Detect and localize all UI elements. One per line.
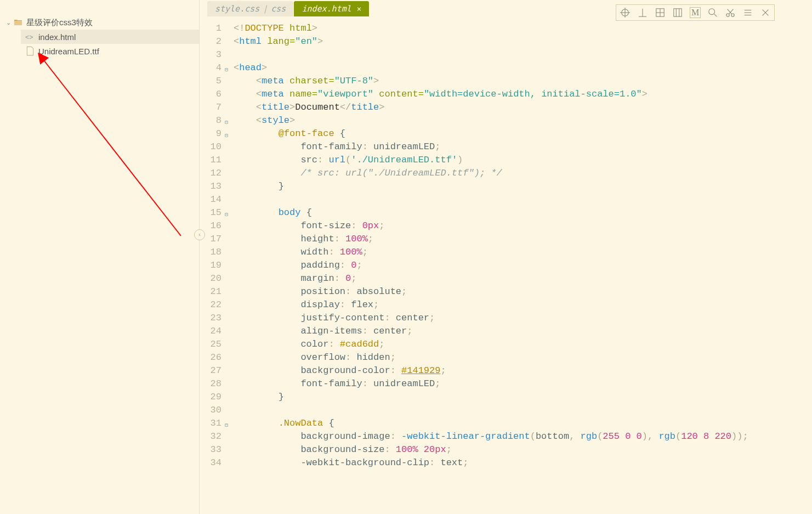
- code-line[interactable]: <meta name="viewport" content="width=dev…: [234, 88, 812, 101]
- fold-icon[interactable]: ⊟: [225, 419, 228, 432]
- annotation-arrow: [22, 49, 186, 241]
- menu-icon[interactable]: [742, 7, 753, 18]
- code-line[interactable]: <head>: [234, 61, 812, 75]
- svg-line-1: [44, 60, 181, 236]
- file-row[interactable]: <>index.html: [21, 30, 199, 44]
- svg-point-13: [709, 9, 715, 15]
- file-row[interactable]: UnidreamLED.ttf: [21, 44, 199, 58]
- line-number: 15⊟: [200, 206, 222, 219]
- code-line[interactable]: font-size: 0px;: [234, 219, 812, 233]
- line-number: 32: [200, 430, 222, 443]
- scissors-icon[interactable]: [725, 7, 736, 18]
- line-number: 26: [200, 351, 222, 364]
- line-number: 28: [200, 377, 222, 391]
- grid4-icon[interactable]: [655, 7, 666, 18]
- line-number: 8⊟: [200, 114, 222, 127]
- code-line[interactable]: <meta charset="UTF-8">: [234, 75, 812, 88]
- line-number: 30: [200, 404, 222, 417]
- code-line[interactable]: color: #cad6dd;: [234, 338, 812, 351]
- line-number: 6: [200, 88, 222, 101]
- code-line[interactable]: font-family: unidreamLED;: [234, 377, 812, 391]
- line-number: 25: [200, 338, 222, 351]
- code-line[interactable]: src: url('./UnidreamLED.ttf'): [234, 154, 812, 167]
- svg-text:<>: <>: [25, 33, 33, 41]
- code-line[interactable]: <!DOCTYPE html>: [234, 22, 812, 35]
- folder-label: 星级评价css3特效: [26, 18, 93, 28]
- line-number: 5: [200, 75, 222, 88]
- line-number: 18: [200, 246, 222, 259]
- fold-icon[interactable]: ⊟: [225, 64, 228, 77]
- code-line[interactable]: <html lang="en">: [234, 35, 812, 48]
- line-number: 10: [200, 140, 222, 154]
- code-line[interactable]: position: absolute;: [234, 285, 812, 298]
- tab-lang: css: [271, 4, 286, 14]
- code-line[interactable]: <style>: [234, 114, 812, 127]
- editor-tab[interactable]: style.css|css: [207, 1, 293, 16]
- code-line[interactable]: body {: [234, 206, 812, 219]
- code-line[interactable]: -webkit-background-clip: text;: [234, 456, 812, 470]
- line-number: 19: [200, 259, 222, 272]
- target-icon[interactable]: [620, 7, 631, 18]
- code-line[interactable]: }: [234, 180, 812, 193]
- code-line[interactable]: display: flex;: [234, 298, 812, 312]
- file-label: index.html: [38, 32, 76, 42]
- code-line[interactable]: background-color: #141929;: [234, 364, 812, 377]
- editor-toolbar: M: [616, 4, 775, 21]
- line-number: 9⊟: [200, 127, 222, 140]
- line-number: 24: [200, 325, 222, 338]
- code-line[interactable]: <title>Document</title>: [234, 101, 812, 114]
- tab-close-icon[interactable]: ×: [357, 4, 361, 13]
- fold-icon[interactable]: ⊟: [225, 116, 228, 129]
- line-number: 4⊟: [200, 61, 222, 75]
- file-label: UnidreamLED.ttf: [38, 47, 99, 56]
- code-line[interactable]: }: [234, 391, 812, 404]
- line-number: 3: [200, 48, 222, 61]
- code-line[interactable]: background-size: 100% 20px;: [234, 443, 812, 456]
- line-number: 7: [200, 101, 222, 114]
- letter-m-icon[interactable]: M: [690, 7, 701, 18]
- file-explorer-sidebar: ⌄ 星级评价css3特效 <>index.htmlUnidreamLED.ttf: [0, 0, 200, 514]
- code-line[interactable]: margin: 0;: [234, 272, 812, 285]
- perp-icon[interactable]: [637, 7, 648, 18]
- code-line[interactable]: padding: 0;: [234, 259, 812, 272]
- folder-collapse-icon[interactable]: ⌄: [4, 19, 12, 26]
- code-line[interactable]: background-image: -webkit-linear-gradien…: [234, 430, 812, 443]
- line-number: 2: [200, 35, 222, 48]
- fold-icon[interactable]: ⊟: [225, 208, 228, 222]
- code-line[interactable]: [234, 48, 812, 61]
- line-number: 23: [200, 312, 222, 325]
- code-line[interactable]: /* src: url("./UnidreamLED.ttf"); */: [234, 167, 812, 180]
- code-line[interactable]: height: 100%;: [234, 233, 812, 246]
- code-line[interactable]: font-family: unidreamLED;: [234, 140, 812, 154]
- code-line[interactable]: overflow: hidden;: [234, 351, 812, 364]
- code-line[interactable]: [234, 193, 812, 206]
- line-number: 21: [200, 285, 222, 298]
- line-number: 16: [200, 219, 222, 233]
- code-line[interactable]: .NowData {: [234, 417, 812, 430]
- line-number: 13: [200, 180, 222, 193]
- code-line[interactable]: align-items: center;: [234, 325, 812, 338]
- svg-rect-10: [674, 9, 682, 16]
- code-line[interactable]: width: 100%;: [234, 246, 812, 259]
- line-number: 22: [200, 298, 222, 312]
- code-line[interactable]: justify-content: center;: [234, 312, 812, 325]
- line-number: 11: [200, 154, 222, 167]
- svg-line-14: [714, 14, 717, 17]
- columns-icon[interactable]: [672, 7, 683, 18]
- code-line[interactable]: [234, 404, 812, 417]
- line-number: 33: [200, 443, 222, 456]
- tab-filename: style.css: [215, 4, 259, 14]
- code-line[interactable]: @font-face {: [234, 127, 812, 140]
- code-content[interactable]: <!DOCTYPE html><html lang="en"><head> <m…: [234, 22, 812, 514]
- line-number: 31⊟: [200, 417, 222, 430]
- close-icon[interactable]: [760, 7, 771, 18]
- line-number: 1: [200, 22, 222, 35]
- editor-tab[interactable]: index.html×: [294, 1, 369, 16]
- code-editor[interactable]: 1234⊟5678⊟9⊟101112131415⊟161718192021222…: [200, 18, 812, 514]
- search-icon[interactable]: [707, 7, 718, 18]
- fold-icon[interactable]: ⊟: [225, 129, 228, 143]
- line-number: 27: [200, 364, 222, 377]
- line-number: 12: [200, 167, 222, 180]
- folder-row[interactable]: ⌄ 星级评价css3特效: [0, 15, 199, 30]
- line-number-gutter: 1234⊟5678⊟9⊟101112131415⊟161718192021222…: [200, 22, 226, 514]
